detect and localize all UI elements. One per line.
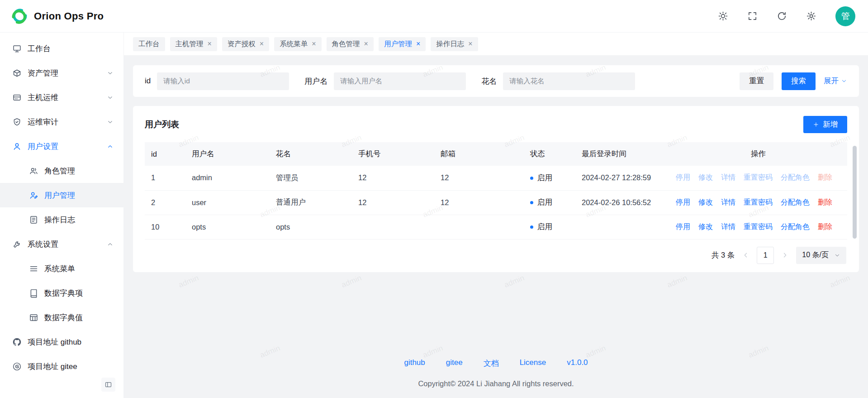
footer-link-4[interactable]: v1.0.0 bbox=[567, 358, 588, 369]
footer-link-0[interactable]: github bbox=[404, 358, 425, 369]
prev-page-icon[interactable] bbox=[742, 251, 749, 259]
sidebar-collapse-button[interactable] bbox=[101, 378, 115, 392]
user-icon bbox=[12, 142, 22, 151]
action-assign-role[interactable]: 分配角色 bbox=[781, 198, 810, 207]
close-tab-icon[interactable]: × bbox=[260, 40, 264, 48]
footer-link-1[interactable]: gitee bbox=[446, 358, 463, 369]
action-detail[interactable]: 详情 bbox=[721, 173, 735, 182]
table-row: 1admin管理员1212启用2024-02-27 12:28:59停用修改详情… bbox=[145, 166, 847, 190]
sidebar-item-label: 系统菜单 bbox=[44, 264, 75, 274]
column-header: 操作 bbox=[669, 142, 847, 166]
chevron-up-icon bbox=[107, 143, 114, 150]
fullscreen-icon[interactable] bbox=[747, 11, 758, 21]
action-assign-role[interactable]: 分配角色 bbox=[781, 173, 810, 182]
theme-icon[interactable] bbox=[718, 11, 728, 21]
close-tab-icon[interactable]: × bbox=[416, 40, 420, 48]
pagination-total: 共 3 条 bbox=[711, 250, 735, 260]
settings-icon[interactable] bbox=[806, 11, 816, 21]
action-delete[interactable]: 删除 bbox=[818, 173, 832, 182]
sidebar-item-label: 数据字典项 bbox=[44, 288, 83, 298]
sidebar-item-gitee[interactable]: 项目地址 gitee bbox=[0, 354, 123, 379]
footer-link-2[interactable]: 文档 bbox=[484, 358, 499, 369]
action-edit[interactable]: 修改 bbox=[698, 173, 713, 182]
action-edit[interactable]: 修改 bbox=[698, 198, 713, 207]
table-card: 用户列表 新增 id用户名花名手机号邮箱状态最后登录时间操作 1admin管理员… bbox=[133, 106, 859, 272]
cell-username: user bbox=[185, 190, 270, 215]
sidebar-item-role[interactable]: 角色管理 bbox=[0, 158, 123, 183]
action-disable[interactable]: 停用 bbox=[676, 222, 690, 232]
action-detail[interactable]: 详情 bbox=[721, 222, 735, 232]
tab-0[interactable]: 工作台 bbox=[133, 37, 165, 51]
refresh-icon[interactable] bbox=[777, 11, 787, 21]
action-reset-password[interactable]: 重置密码 bbox=[744, 173, 773, 182]
sidebar-item-menu[interactable]: 系统菜单 bbox=[0, 256, 123, 281]
main-content: 工作台主机管理×资产授权×系统菜单×角色管理×用户管理×操作日志× id用户名花… bbox=[124, 33, 868, 398]
page-footer: githubgitee文档Licensev1.0.0 Copyright© 20… bbox=[133, 358, 859, 388]
close-tab-icon[interactable]: × bbox=[364, 40, 368, 48]
chevron-down-icon bbox=[841, 78, 847, 84]
reset-button[interactable]: 重置 bbox=[740, 72, 773, 90]
sidebar-item-grid[interactable]: 数据字典值 bbox=[0, 305, 123, 330]
column-header: id bbox=[145, 142, 185, 166]
action-delete[interactable]: 删除 bbox=[818, 222, 832, 232]
sidebar-item-log[interactable]: 操作日志 bbox=[0, 207, 123, 232]
app-logo[interactable]: Orion Ops Pro bbox=[10, 7, 104, 26]
close-tab-icon[interactable]: × bbox=[468, 40, 472, 48]
sidebar-item-tool[interactable]: 系统设置 bbox=[0, 232, 123, 256]
action-reset-password[interactable]: 重置密码 bbox=[744, 222, 773, 232]
sidebar-item-asset[interactable]: 资产管理 bbox=[0, 61, 123, 85]
tab-2[interactable]: 资产授权× bbox=[222, 37, 269, 51]
tab-3[interactable]: 系统菜单× bbox=[274, 37, 321, 51]
sidebar-item-audit[interactable]: 运维审计 bbox=[0, 110, 123, 134]
page-number[interactable]: 1 bbox=[757, 247, 774, 264]
next-page-icon[interactable] bbox=[781, 251, 789, 259]
table-scrollbar[interactable] bbox=[853, 146, 857, 239]
avatar[interactable]: 管 bbox=[835, 6, 855, 26]
action-assign-role[interactable]: 分配角色 bbox=[781, 222, 810, 232]
action-reset-password[interactable]: 重置密码 bbox=[744, 198, 773, 207]
footer-link-3[interactable]: License bbox=[520, 358, 546, 369]
chevron-down-icon bbox=[107, 119, 114, 125]
close-tab-icon[interactable]: × bbox=[312, 40, 316, 48]
cell-actions: 停用修改详情重置密码分配角色删除 bbox=[669, 166, 847, 190]
close-tab-icon[interactable]: × bbox=[208, 40, 212, 48]
filter-card: id用户名花名 重置 搜索 展开 bbox=[133, 65, 859, 97]
action-detail[interactable]: 详情 bbox=[721, 198, 735, 207]
tab-4[interactable]: 角色管理× bbox=[327, 37, 374, 51]
page-size-select[interactable]: 10 条/页 bbox=[796, 247, 846, 264]
chevron-down-icon bbox=[834, 252, 840, 259]
plus-icon bbox=[813, 121, 819, 128]
search-button[interactable]: 搜索 bbox=[782, 72, 816, 90]
expand-toggle[interactable]: 展开 bbox=[824, 76, 847, 86]
sidebar-item-host[interactable]: 主机运维 bbox=[0, 85, 123, 110]
table-row: 10optsopts启用停用修改详情重置密码分配角色删除 bbox=[145, 215, 847, 239]
action-disable[interactable]: 停用 bbox=[676, 198, 690, 207]
cell-email bbox=[434, 215, 524, 239]
cell-id: 1 bbox=[145, 166, 185, 190]
cell-actions: 停用修改详情重置密码分配角色删除 bbox=[669, 190, 847, 215]
cell-email: 12 bbox=[434, 190, 524, 215]
sidebar-item-label: 主机运维 bbox=[28, 92, 58, 103]
filter-input-0[interactable] bbox=[157, 72, 289, 90]
action-disable[interactable]: 停用 bbox=[676, 173, 690, 182]
filter-input-1[interactable] bbox=[334, 72, 466, 90]
action-edit[interactable]: 修改 bbox=[698, 222, 713, 232]
sidebar-item-github[interactable]: 项目地址 github bbox=[0, 330, 123, 354]
filter-fields: id用户名花名 bbox=[145, 72, 635, 90]
action-delete[interactable]: 删除 bbox=[818, 198, 832, 207]
user-edit-icon bbox=[29, 191, 38, 200]
sidebar-nav: 工作台资产管理主机运维运维审计用户设置角色管理用户管理操作日志系统设置系统菜单数… bbox=[0, 36, 123, 379]
tab-5[interactable]: 用户管理× bbox=[379, 37, 426, 51]
filter-input-2[interactable] bbox=[503, 72, 635, 90]
watermark-text: admin bbox=[177, 273, 200, 290]
sidebar-item-dict[interactable]: 数据字典项 bbox=[0, 281, 123, 305]
add-button[interactable]: 新增 bbox=[803, 116, 847, 133]
sidebar-item-user-edit[interactable]: 用户管理 bbox=[0, 183, 123, 207]
sidebar: 工作台资产管理主机运维运维审计用户设置角色管理用户管理操作日志系统设置系统菜单数… bbox=[0, 33, 124, 398]
tab-1[interactable]: 主机管理× bbox=[170, 37, 217, 51]
sidebar-item-workbench[interactable]: 工作台 bbox=[0, 36, 123, 61]
status-dot-icon bbox=[530, 225, 533, 229]
sidebar-item-user[interactable]: 用户设置 bbox=[0, 134, 123, 158]
tab-6[interactable]: 操作日志× bbox=[431, 37, 478, 51]
menu-icon bbox=[29, 264, 38, 273]
